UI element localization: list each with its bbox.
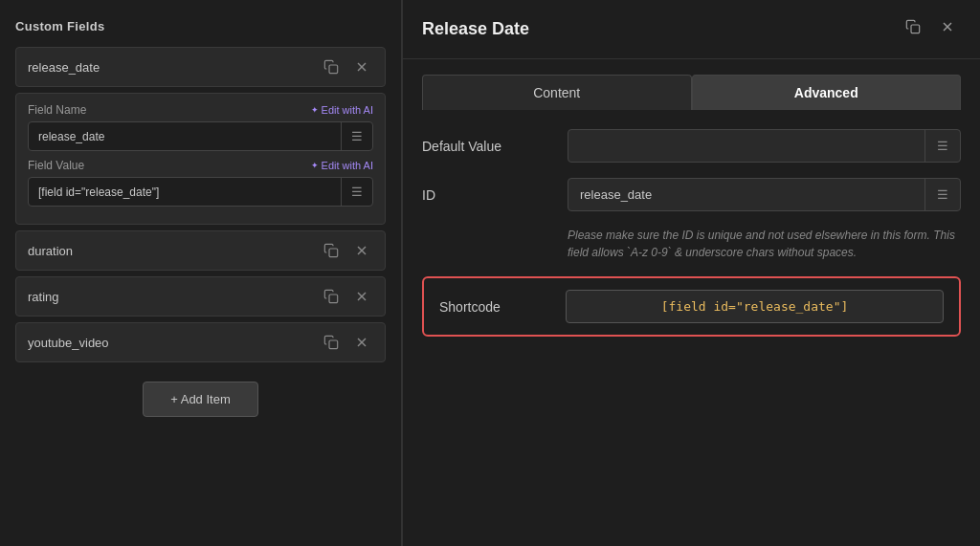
copy-button-rating[interactable] (320, 287, 343, 306)
custom-fields-title: Custom Fields (15, 19, 386, 33)
default-value-input[interactable] (568, 130, 924, 162)
delete-button-youtube-video[interactable] (350, 333, 373, 352)
field-value-db-icon[interactable]: ☰ (341, 178, 372, 206)
id-input-wrap: ☰ (568, 178, 961, 211)
default-value-row: Default Value ☰ (422, 129, 961, 163)
svg-rect-12 (911, 25, 920, 33)
tabs-row: Content Advanced (403, 59, 980, 110)
field-name-db-icon[interactable]: ☰ (341, 122, 372, 150)
field-row-release-date: release_date (15, 47, 386, 87)
id-label: ID (422, 187, 556, 203)
field-label-rating: rating (28, 290, 312, 304)
field-name-group: Field Name Edit with AI ☰ (28, 103, 373, 151)
field-row-youtube-video: youtube_video (15, 322, 386, 362)
copy-panel-button[interactable] (900, 15, 926, 43)
field-name-input-row: ☰ (28, 121, 373, 151)
shortcode-value: [field id="release_date"] (566, 290, 944, 323)
field-label-release-date: release_date (28, 60, 312, 75)
default-value-db-icon[interactable]: ☰ (924, 130, 960, 162)
edit-ai-name[interactable]: Edit with AI (311, 104, 373, 116)
right-header: Release Date (403, 0, 980, 59)
edit-ai-value[interactable]: Edit with AI (311, 160, 373, 171)
field-name-input[interactable] (29, 123, 341, 150)
field-row-duration: duration (15, 230, 386, 271)
field-value-label: Field Value Edit with AI (28, 159, 373, 172)
left-panel: Custom Fields release_date Field Name Ed… (0, 0, 402, 546)
add-item-button[interactable]: + Add Item (143, 382, 258, 417)
tab-advanced[interactable]: Advanced (692, 75, 962, 110)
field-row-rating: rating (15, 276, 386, 317)
id-row: ID ☰ (422, 178, 961, 211)
close-panel-button[interactable] (934, 15, 961, 43)
field-label-youtube-video: youtube_video (28, 336, 312, 350)
field-value-group: Field Value Edit with AI ☰ (28, 159, 373, 207)
right-title: Release Date (422, 19, 892, 39)
default-value-input-wrap: ☰ (568, 129, 961, 163)
delete-button-rating[interactable] (350, 287, 373, 306)
id-db-icon[interactable]: ☰ (924, 179, 960, 210)
field-value-input-row: ☰ (28, 177, 373, 207)
field-expanded-release-date: Field Name Edit with AI ☰ Field Value Ed… (15, 93, 386, 225)
svg-rect-3 (329, 249, 338, 257)
right-panel: Release Date Content Advanced Default Va… (403, 0, 980, 546)
copy-button-release-date[interactable] (320, 57, 343, 76)
delete-button-release-date[interactable] (350, 57, 373, 76)
field-value-input[interactable] (29, 179, 341, 206)
copy-button-duration[interactable] (320, 241, 343, 260)
svg-rect-9 (329, 340, 338, 349)
shortcode-label: Shortcode (439, 299, 554, 315)
field-label-duration: duration (28, 244, 312, 258)
id-notice: Please make sure the ID is unique and no… (422, 227, 961, 261)
svg-rect-0 (329, 65, 338, 74)
delete-button-duration[interactable] (350, 241, 373, 260)
id-input[interactable] (568, 179, 924, 210)
shortcode-row: Shortcode [field id="release_date"] (422, 276, 961, 337)
default-value-label: Default Value (422, 139, 556, 154)
right-content: Default Value ☰ ID ☰ Please make sure th… (403, 110, 980, 546)
svg-rect-6 (329, 295, 338, 303)
tab-content[interactable]: Content (422, 75, 692, 110)
field-name-label: Field Name Edit with AI (28, 103, 373, 117)
copy-button-youtube-video[interactable] (320, 333, 343, 352)
